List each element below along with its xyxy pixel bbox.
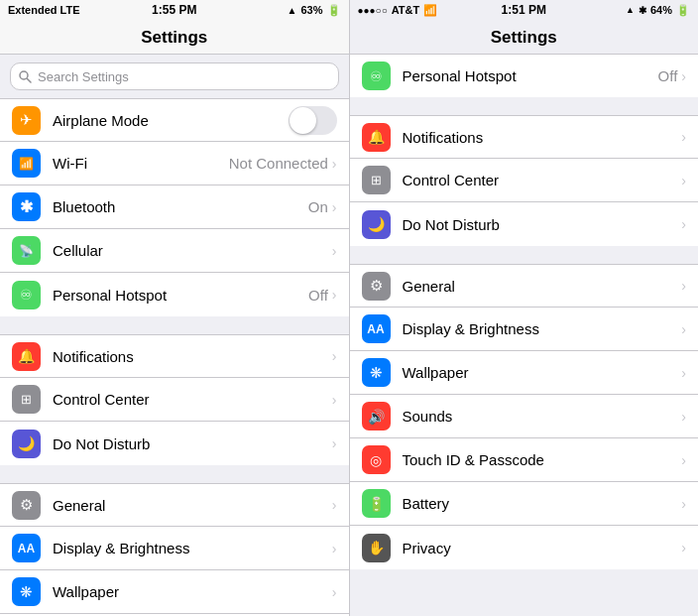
bluetooth-label: Bluetooth	[53, 198, 308, 215]
list-item[interactable]: 🌙 Do Not Disturb ›	[350, 202, 699, 246]
right-status-right: ▲ ✱ 64% 🔋	[626, 4, 690, 17]
display-icon-bg: AA	[12, 534, 41, 562]
right-privacy-label: Privacy	[403, 540, 682, 556]
right-wallpaper-chevron-icon: ›	[681, 365, 686, 381]
wallpaper-icon-bg: ❋	[12, 577, 41, 606]
right-sounds-icon-bg: 🔊	[362, 402, 391, 431]
right-display-icon-bg: AA	[362, 314, 391, 343]
hotspot-value: Off	[308, 287, 328, 304]
right-section-2: 🔔 Notifications › ⊞ Control Center › 🌙 D…	[350, 115, 699, 246]
search-bar-container: Search Settings	[0, 55, 349, 98]
hotspot-label: Personal Hotspot	[53, 287, 308, 304]
wallpaper-label: Wallpaper	[53, 583, 332, 600]
left-status-bar: Extended LTE 1:55 PM ▲ 63% 🔋	[0, 0, 349, 20]
control-icon-bg: ⊞	[12, 385, 41, 414]
airplane-toggle[interactable]	[289, 106, 337, 135]
cellular-icon-bg: 📡	[12, 236, 41, 265]
right-hotspot-chevron-icon: ›	[681, 68, 686, 84]
list-item[interactable]: 📡 Cellular ›	[0, 229, 349, 273]
wifi-icon-bg: 📶	[12, 149, 41, 178]
right-hotspot-label: Personal Hotspot	[403, 67, 658, 84]
search-bar[interactable]: Search Settings	[10, 62, 339, 90]
list-item[interactable]: 📶 Wi-Fi Not Connected ›	[0, 142, 349, 185]
right-spacer-1	[350, 97, 699, 115]
left-panel-header: Settings	[0, 20, 349, 55]
control-chevron-icon: ›	[332, 392, 337, 408]
bluetooth-icon-bg: ✱	[12, 192, 41, 221]
left-battery-icon: 🔋	[327, 4, 341, 17]
left-spacer-2	[0, 465, 349, 483]
general-chevron-icon: ›	[332, 497, 337, 513]
list-item[interactable]: ❋ Wallpaper ›	[0, 570, 349, 614]
right-privacy-chevron-icon: ›	[681, 540, 686, 555]
right-touchid-icon-bg: ◎	[362, 445, 391, 474]
list-item[interactable]: ✱ Bluetooth On ›	[0, 185, 349, 229]
list-item[interactable]: ⚙ General ›	[350, 264, 699, 308]
left-settings-list: ✈ Airplane Mode 📶 Wi-Fi Not Connected › …	[0, 98, 349, 616]
right-section-1: ♾ Personal Hotspot Off ›	[350, 54, 699, 97]
right-hotspot-icon-bg: ♾	[362, 62, 391, 90]
list-item[interactable]: AA Display & Brightness ›	[0, 527, 349, 570]
right-sounds-label: Sounds	[403, 408, 682, 425]
list-item[interactable]: 🔔 Notifications ›	[350, 115, 699, 159]
right-display-chevron-icon: ›	[681, 321, 686, 337]
list-item[interactable]: ⊞ Control Center ›	[350, 159, 699, 202]
list-item[interactable]: ❋ Wallpaper ›	[350, 351, 699, 395]
right-control-label: Control Center	[403, 172, 682, 188]
left-panel-title: Settings	[141, 28, 207, 47]
right-display-label: Display & Brightness	[403, 320, 682, 337]
list-item[interactable]: 🔋 Battery ›	[350, 482, 699, 526]
right-panel-header: Settings	[350, 20, 699, 54]
list-item[interactable]: ⊞ Control Center ›	[0, 378, 349, 422]
right-status-bar: ●●●○○ AT&T 📶 1:51 PM ▲ ✱ 64% 🔋	[350, 0, 699, 20]
right-wallpaper-label: Wallpaper	[403, 364, 682, 381]
right-control-icon-bg: ⊞	[362, 166, 391, 194]
list-item[interactable]: AA Display & Brightness ›	[350, 308, 699, 351]
svg-line-1	[28, 78, 32, 82]
hotspot-icon-bg: ♾	[12, 281, 41, 309]
list-item[interactable]: ⚙ General ›	[0, 483, 349, 527]
left-status-left: Extended LTE	[8, 4, 80, 16]
search-icon	[19, 70, 32, 83]
right-dots: ●●●○○	[358, 5, 388, 16]
list-item[interactable]: ♾ Personal Hotspot Off ›	[0, 273, 349, 316]
list-item[interactable]: ♾ Personal Hotspot Off ›	[350, 54, 699, 97]
bluetooth-value: On	[308, 198, 328, 215]
right-general-icon-bg: ⚙	[362, 272, 391, 301]
list-item[interactable]: ✈ Airplane Mode	[0, 98, 349, 142]
wifi-value: Not Connected	[229, 155, 328, 172]
airplane-label: Airplane Mode	[53, 112, 289, 129]
right-bt-icon: ✱	[639, 5, 646, 16]
hotspot-chevron-icon: ›	[332, 287, 337, 303]
left-battery: 63%	[300, 4, 322, 16]
list-item[interactable]: 🌙 Do Not Disturb ›	[0, 422, 349, 465]
cellular-chevron-icon: ›	[332, 243, 337, 259]
right-battery-icon-bg: 🔋	[362, 489, 391, 518]
list-item[interactable]: ✋ Privacy ›	[350, 526, 699, 569]
right-notifications-label: Notifications	[403, 129, 682, 146]
right-general-label: General	[403, 278, 682, 295]
right-battery-chevron-icon: ›	[681, 496, 686, 512]
right-battery-icon: 🔋	[676, 4, 690, 17]
left-status-right: ▲ 63% 🔋	[288, 4, 341, 17]
cellular-label: Cellular	[53, 242, 332, 259]
left-section-1: ✈ Airplane Mode 📶 Wi-Fi Not Connected › …	[0, 98, 349, 316]
right-battery-label: Battery	[403, 495, 682, 512]
wifi-label: Wi-Fi	[53, 155, 229, 172]
right-status-left: ●●●○○ AT&T 📶	[358, 4, 438, 17]
right-time: 1:51 PM	[502, 3, 546, 17]
toggle-knob	[290, 107, 316, 134]
right-control-chevron-icon: ›	[681, 173, 686, 188]
right-panel-title: Settings	[491, 28, 557, 47]
left-section-2: 🔔 Notifications › ⊞ Control Center › 🌙 D…	[0, 334, 349, 465]
list-item[interactable]: 🔊 Sounds ›	[350, 395, 699, 438]
list-item[interactable]: 🔔 Notifications ›	[0, 334, 349, 378]
notifications-chevron-icon: ›	[332, 348, 337, 364]
right-section-3: ⚙ General › AA Display & Brightness › ❋ …	[350, 264, 699, 569]
right-wifi-icon: 📶	[423, 4, 437, 17]
right-battery-pct: 64%	[650, 4, 672, 16]
right-panel: ●●●○○ AT&T 📶 1:51 PM ▲ ✱ 64% 🔋 Settings …	[350, 0, 699, 616]
notif-icon-bg: 🔔	[12, 342, 41, 371]
dnd-chevron-icon: ›	[332, 435, 337, 451]
list-item[interactable]: ◎ Touch ID & Passcode ›	[350, 438, 699, 482]
